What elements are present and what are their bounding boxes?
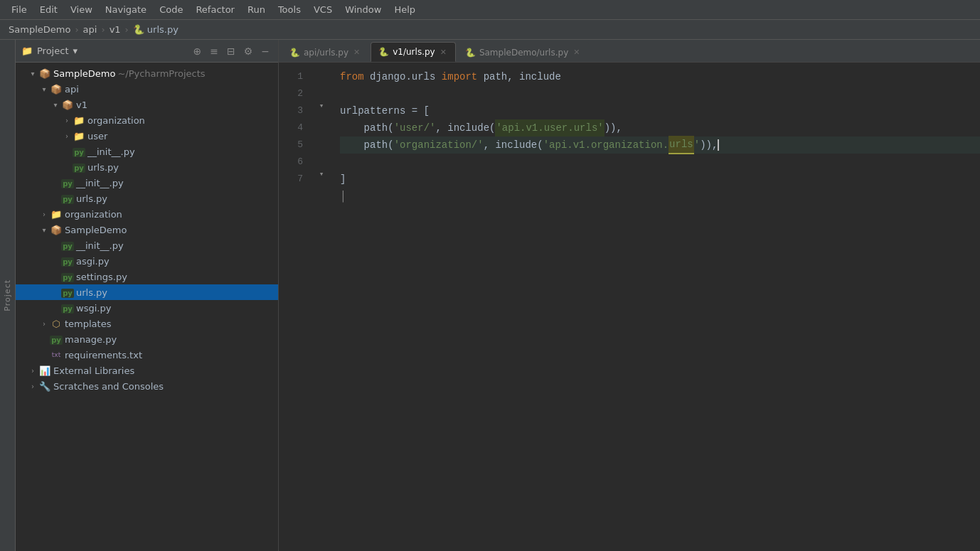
code-text: urlpatterns = [ xyxy=(340,102,430,119)
sidebar-title[interactable]: 📁 Project ▾ xyxy=(21,46,78,56)
tree-item-settings[interactable]: py settings.py xyxy=(16,269,278,284)
tree-item-requirements[interactable]: txt requirements.txt xyxy=(16,347,278,363)
package-icon: 📦 xyxy=(61,100,74,110)
tree-arrow: ▾ xyxy=(27,70,38,77)
tree-label-init-v1: __init__.py xyxy=(85,146,135,157)
menu-code[interactable]: Code xyxy=(154,2,188,17)
tree-item-templates[interactable]: › ⬡ templates xyxy=(16,316,278,331)
tree-label-urls-sd: urls.py xyxy=(74,287,107,298)
python-file-icon: py xyxy=(61,303,74,314)
string-close: ' xyxy=(694,137,700,154)
code-line-cursor: │ xyxy=(340,188,980,205)
code-line-2 xyxy=(340,85,980,102)
menu-run[interactable]: Run xyxy=(242,2,271,17)
gutter-5 xyxy=(314,131,329,148)
tree-item-v1[interactable]: ▾ 📦 v1 xyxy=(16,97,278,112)
python-file-icon: py xyxy=(61,178,74,188)
tree-item-init-api[interactable]: py __init__.py xyxy=(16,175,278,191)
tab-icon: 🐍 xyxy=(289,48,300,58)
tree-item-scratches[interactable]: › 🔧 Scratches and Consoles xyxy=(16,378,278,394)
tree-arrow: › xyxy=(38,320,50,328)
settings-button[interactable]: ⚙ xyxy=(241,44,256,58)
code-editor[interactable]: from django.urls import path, include ur… xyxy=(329,63,980,551)
menu-help[interactable]: Help xyxy=(388,2,421,17)
package-icon: 📦 xyxy=(50,225,63,235)
breadcrumb-api[interactable]: api xyxy=(83,24,97,35)
keyword-import: import xyxy=(442,68,477,85)
sidebar: 📁 Project ▾ ⊕ ≡ ⊟ ⚙ − ▾ 📦 SampleDemo ~/P… xyxy=(16,40,279,551)
menu-file[interactable]: File xyxy=(6,2,33,17)
python-file-icon: py xyxy=(50,334,63,345)
tree-label-sampledemo-pkg: SampleDemo xyxy=(63,225,127,235)
string-urls-highlight: urls xyxy=(669,136,694,154)
tree-label-urls-v1: urls.py xyxy=(85,162,119,173)
tree-label-v1: v1 xyxy=(74,100,87,110)
editor-content[interactable]: 1 2 3 4 5 6 7 ▾ ▾ from xyxy=(279,63,980,551)
breadcrumb-project[interactable]: SampleDemo xyxy=(9,24,70,35)
python-file-icon: py xyxy=(61,193,74,204)
collapse-all-button[interactable]: ⊟ xyxy=(224,44,238,58)
tree-label-api: api xyxy=(63,84,79,95)
tree-item-user[interactable]: › 📁 user xyxy=(16,128,278,144)
add-files-button[interactable]: ⊕ xyxy=(191,44,205,58)
tree-label-urls-api: urls.py xyxy=(74,193,107,204)
tree-arrow: ▾ xyxy=(38,226,50,234)
tree-item-organization[interactable]: › 📁 organization xyxy=(16,112,278,128)
tree-item-wsgi[interactable]: py wsgi.py xyxy=(16,300,278,316)
menu-vcs[interactable]: VCS xyxy=(308,2,338,17)
python-file-icon: py xyxy=(61,256,74,267)
fold-button-7[interactable]: ▾ xyxy=(314,165,329,182)
tree-item-ext-libraries[interactable]: › 📊 External Libraries xyxy=(16,363,278,378)
sidebar-header: 📁 Project ▾ ⊕ ≡ ⊟ ⚙ − xyxy=(16,40,278,63)
tab-close-sampledemo[interactable]: ✕ xyxy=(572,48,581,57)
tree-label-templates: templates xyxy=(63,319,111,329)
menu-edit[interactable]: Edit xyxy=(34,2,63,17)
gutter-2 xyxy=(314,80,329,97)
tab-label: api/urls.py xyxy=(304,48,348,58)
cursor-indicator: │ xyxy=(340,188,346,205)
menu-navigate[interactable]: Navigate xyxy=(100,2,152,17)
tree-item-init-sd[interactable]: py __init__.py xyxy=(16,237,278,253)
string-org: 'organization/' xyxy=(394,137,484,154)
fold-button-3[interactable]: ▾ xyxy=(314,97,329,114)
line-num-5: 5 xyxy=(279,137,309,154)
locate-button[interactable]: ≡ xyxy=(207,44,221,58)
menu-view[interactable]: View xyxy=(65,2,98,17)
tree-arrow: › xyxy=(61,132,73,140)
sidebar-dropdown-icon[interactable]: ▾ xyxy=(73,46,78,56)
tree-item-organization-root[interactable]: › 📁 organization xyxy=(16,206,278,222)
tree-item-urls-sd[interactable]: py urls.py xyxy=(16,284,278,300)
gutter-6 xyxy=(314,148,329,165)
code-line-6 xyxy=(340,154,980,171)
fold-gutter: ▾ ▾ xyxy=(314,63,329,551)
tree-label-user: user xyxy=(85,131,107,141)
python-file-icon: py xyxy=(61,240,74,251)
templates-icon: ⬡ xyxy=(50,319,63,329)
tree-item-urls-v1[interactable]: py urls.py xyxy=(16,159,278,175)
tree-label-organization-v1: organization xyxy=(85,115,145,126)
tree-item-sampledemo-pkg[interactable]: ▾ 📦 SampleDemo xyxy=(16,222,278,237)
tree-item-manage[interactable]: py manage.py xyxy=(16,331,278,347)
line-num-1: 1 xyxy=(279,68,309,85)
tab-sampledemo-urls[interactable]: 🐍 SampleDemo/urls.py ✕ xyxy=(457,42,590,62)
close-sidebar-button[interactable]: − xyxy=(258,44,272,58)
tab-api-urls[interactable]: 🐍 api/urls.py ✕ xyxy=(282,42,369,62)
menu-window[interactable]: Window xyxy=(339,2,387,17)
python-file-icon: py xyxy=(73,162,85,173)
tree-item-sampledemo-root[interactable]: ▾ 📦 SampleDemo ~/PycharmProjects xyxy=(16,65,278,81)
menu-tools[interactable]: Tools xyxy=(272,2,307,17)
breadcrumb-file[interactable]: 🐍 urls.py xyxy=(133,24,179,35)
tree-arrow: › xyxy=(27,367,38,375)
tab-close-api[interactable]: ✕ xyxy=(352,48,361,57)
tree-arrow: ▾ xyxy=(38,85,50,93)
tab-v1-urls[interactable]: 🐍 v1/urls.py ✕ xyxy=(371,42,456,62)
tree-item-api[interactable]: ▾ 📦 api xyxy=(16,81,278,97)
menu-refactor[interactable]: Refactor xyxy=(190,2,240,17)
tab-close-v1[interactable]: ✕ xyxy=(439,48,448,57)
tree-item-init-v1[interactable]: py __init__.py xyxy=(16,144,278,159)
breadcrumb-v1[interactable]: v1 xyxy=(110,24,121,35)
tree-item-asgi[interactable]: py asgi.py xyxy=(16,253,278,269)
string-user: 'user/' xyxy=(394,119,436,137)
tree-item-urls-api[interactable]: py urls.py xyxy=(16,191,278,206)
python-file-icon: 🐍 xyxy=(133,24,144,35)
